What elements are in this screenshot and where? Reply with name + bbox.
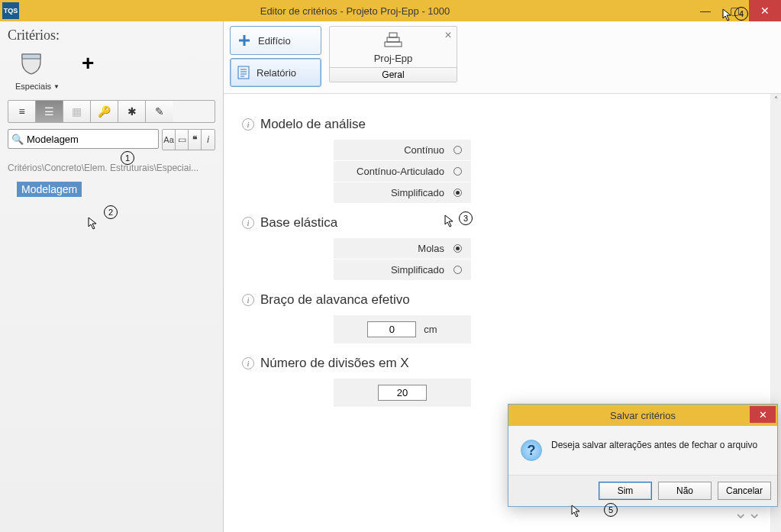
option-simplificado[interactable]: Simplificado bbox=[334, 182, 471, 203]
building-icon bbox=[382, 31, 405, 50]
radio-icon[interactable] bbox=[453, 189, 462, 197]
report-icon bbox=[237, 65, 250, 80]
project-doc[interactable]: ✕ Proj-Epp Geral bbox=[329, 26, 457, 82]
svg-rect-2 bbox=[387, 37, 399, 42]
svg-rect-3 bbox=[385, 42, 402, 47]
radio-icon[interactable] bbox=[453, 146, 462, 154]
match-whole-button[interactable]: ▭ bbox=[176, 130, 189, 150]
braco-value-block: cm bbox=[334, 315, 471, 343]
tabstrip: Edifício Relatório ✕ Proj-Epp Geral bbox=[224, 21, 781, 94]
info-icon[interactable]: i bbox=[242, 118, 254, 131]
project-subtab[interactable]: Geral bbox=[330, 67, 457, 82]
tree-item-label: Modelagem bbox=[17, 182, 82, 197]
dialog-title: Salvar critérios bbox=[508, 410, 777, 421]
breadcrumb: Critérios\Concreto\Elem. Estruturais\Esp… bbox=[8, 163, 215, 173]
search-icon: 🔍 bbox=[11, 134, 24, 145]
maximize-button[interactable]: ▢ bbox=[720, 0, 749, 21]
quote-button[interactable]: ❝ bbox=[189, 130, 202, 150]
dialog-no-button[interactable]: Não bbox=[658, 482, 712, 500]
option-continuo-articulado[interactable]: Contínuo-Articulado bbox=[334, 161, 471, 182]
tab-label: Edifício bbox=[258, 35, 291, 47]
tab-relatorio[interactable]: Relatório bbox=[230, 58, 321, 87]
dialog-message: Deseja salvar alterações antes de fechar… bbox=[551, 440, 757, 450]
section-modelo-title: iModelo de análise bbox=[242, 117, 763, 132]
svg-rect-1 bbox=[389, 33, 397, 37]
view-list-button[interactable]: ≡ bbox=[8, 101, 36, 122]
close-button[interactable]: ✕ bbox=[749, 0, 781, 21]
divx-input[interactable] bbox=[378, 385, 427, 401]
especiais-dropdown[interactable]: Especiais▼ bbox=[15, 82, 215, 91]
tab-edificio[interactable]: Edifício bbox=[230, 26, 321, 55]
dialog-cancel-button[interactable]: Cancelar bbox=[718, 482, 771, 500]
question-icon: ? bbox=[521, 440, 542, 461]
window-titlebar: TQS Editor de critérios - Projeto Proj-E… bbox=[0, 0, 781, 21]
section-base-title: iBase elástica bbox=[242, 215, 763, 231]
save-dialog: Salvar critérios ✕ ? Deseja salvar alter… bbox=[508, 404, 778, 507]
sidebar: Critérios: + Especiais▼ ≡ ☰ ▦ 🔑 ✱ ✎ 🔍 Aa… bbox=[0, 21, 224, 532]
star-button[interactable]: ✱ bbox=[118, 101, 146, 122]
key-button[interactable]: 🔑 bbox=[91, 101, 118, 122]
match-case-button[interactable]: Aa bbox=[163, 130, 176, 150]
scroll-up-icon[interactable]: ˄ bbox=[770, 94, 781, 105]
info-icon[interactable]: i bbox=[242, 294, 254, 306]
option-base-simplificado[interactable]: Simplificado bbox=[334, 260, 471, 280]
view-grid-button[interactable]: ▦ bbox=[63, 101, 91, 122]
search-field[interactable]: 🔍 bbox=[8, 129, 159, 149]
braco-input[interactable] bbox=[367, 321, 416, 337]
radio-icon[interactable] bbox=[453, 167, 462, 176]
info-icon[interactable]: i bbox=[242, 357, 254, 369]
chevron-down-icon: ▼ bbox=[53, 83, 60, 90]
unit-label: cm bbox=[424, 324, 437, 335]
app-icon: TQS bbox=[2, 2, 19, 19]
minimize-button[interactable]: — bbox=[691, 0, 720, 21]
tree-item-modelagem[interactable]: Modelagem bbox=[17, 182, 215, 196]
info-button[interactable]: i bbox=[202, 130, 215, 150]
pencil-button[interactable]: ✎ bbox=[146, 101, 173, 122]
view-justify-button[interactable]: ☰ bbox=[36, 101, 63, 122]
info-icon[interactable]: i bbox=[242, 217, 254, 229]
plus-icon bbox=[237, 33, 252, 48]
section-braco-title: iBraço de alavanca efetivo bbox=[242, 292, 763, 308]
dialog-titlebar: Salvar critérios ✕ bbox=[508, 405, 777, 426]
radio-icon[interactable] bbox=[453, 244, 462, 253]
option-continuo[interactable]: Contínuo bbox=[334, 140, 471, 161]
option-molas[interactable]: Molas bbox=[334, 238, 471, 260]
add-icon[interactable]: + bbox=[82, 51, 94, 76]
sidebar-title: Critérios: bbox=[8, 27, 215, 44]
svg-rect-0 bbox=[238, 66, 249, 79]
base-options: Molas Simplificado bbox=[334, 238, 471, 280]
section-divx-title: iNúmero de divisões em X bbox=[242, 356, 763, 371]
radio-icon[interactable] bbox=[453, 266, 462, 274]
modelo-options: Contínuo Contínuo-Articulado Simplificad… bbox=[334, 140, 471, 203]
doc-close-icon[interactable]: ✕ bbox=[444, 30, 452, 40]
dialog-close-button[interactable]: ✕ bbox=[750, 406, 776, 423]
view-toolbar: ≡ ☰ ▦ 🔑 ✱ ✎ bbox=[8, 100, 215, 123]
project-name: Proj-Epp bbox=[374, 53, 413, 64]
divx-value-block bbox=[334, 379, 471, 407]
search-input[interactable] bbox=[27, 134, 155, 145]
dialog-yes-button[interactable]: Sim bbox=[599, 482, 652, 500]
shield-icon[interactable] bbox=[19, 51, 44, 76]
window-title: Editor de critérios - Projeto Proj-Epp -… bbox=[19, 5, 691, 17]
tab-label: Relatório bbox=[257, 67, 296, 79]
